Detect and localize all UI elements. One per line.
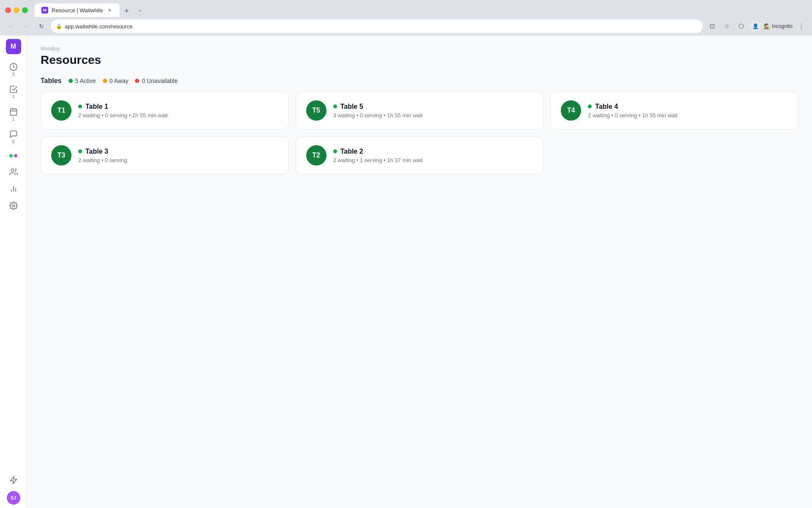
- incognito-button[interactable]: 🕵 Incognito: [764, 23, 793, 29]
- active-tab[interactable]: W Resource | Waitwhile ✕: [35, 3, 120, 17]
- menu-button[interactable]: ⋮: [795, 20, 807, 32]
- sidebar-logo[interactable]: M: [6, 39, 21, 54]
- window-close-button[interactable]: [5, 7, 11, 13]
- sidebar-item-analytics[interactable]: [3, 181, 24, 196]
- table-name: Table 2: [340, 148, 363, 155]
- address-text: app.waitwhile.com/resource: [65, 23, 698, 30]
- svg-point-9: [12, 205, 14, 207]
- table-meta: 3 waiting • 0 serving • 1h 55 min wait: [333, 112, 533, 119]
- toolbar-actions: ⊡ ☆ ⬡ 👤 🕵 Incognito ⋮: [706, 20, 807, 32]
- window-minimize-button[interactable]: [14, 7, 19, 13]
- breadcrumb: Moodjoy: [41, 46, 798, 52]
- profile-icon[interactable]: 👤: [749, 20, 761, 32]
- new-tab-button[interactable]: +: [121, 5, 132, 17]
- status-active: 5 Active: [69, 77, 96, 84]
- away-dot: [103, 79, 107, 83]
- browser-titlebar: W Resource | Waitwhile ✕ + ⌄: [0, 0, 812, 17]
- queue-badge: 3: [12, 72, 15, 77]
- table-name: Table 1: [85, 103, 108, 110]
- main-content: Moodjoy Resources Tables 5 Active 0 Away…: [27, 36, 812, 508]
- table-status-dot: [333, 105, 337, 108]
- active-label: 5 Active: [75, 77, 96, 84]
- svg-point-5: [11, 169, 14, 172]
- active-dot: [69, 79, 73, 83]
- table-name: Table 3: [85, 148, 108, 155]
- svg-rect-1: [10, 109, 16, 115]
- status-badges: 5 Active 0 Away 0 Unavailable: [69, 77, 178, 84]
- table-meta: 2 waiting • 0 serving: [78, 157, 278, 163]
- lock-icon: 🔒: [56, 23, 62, 29]
- sidebar-item-tasks[interactable]: 1: [3, 82, 24, 102]
- calendar-badge: 1: [12, 117, 15, 121]
- table-status-dot: [78, 105, 82, 108]
- sidebar-item-flash[interactable]: [3, 472, 24, 488]
- status-unavailable: 0 Unavailable: [135, 77, 178, 84]
- table-name-row: Table 2: [333, 148, 533, 155]
- table-card[interactable]: T3 Table 3 2 waiting • 0 serving: [41, 136, 289, 174]
- address-bar[interactable]: 🔒 app.waitwhile.com/resource: [51, 19, 703, 33]
- table-avatar: T2: [306, 145, 326, 166]
- sidebar-item-calendar[interactable]: 1: [3, 104, 24, 125]
- browser-toolbar: ← → ↻ 🔒 app.waitwhile.com/resource ⊡ ☆ ⬡…: [0, 17, 812, 36]
- table-status-dot: [588, 105, 592, 108]
- table-card[interactable]: T5 Table 5 3 waiting • 0 serving • 1h 55…: [296, 91, 544, 130]
- table-name: Table 5: [340, 103, 363, 110]
- table-avatar: T1: [51, 100, 71, 121]
- sidebar-item-resources[interactable]: [3, 149, 24, 163]
- unavailable-label: 0 Unavailable: [142, 77, 178, 84]
- tab-search-button[interactable]: ⌄: [134, 3, 146, 15]
- messages-badge: 0: [12, 139, 15, 144]
- table-name: Table 4: [595, 103, 618, 110]
- table-meta: 2 waiting • 1 serving • 1h 37 min wait: [333, 157, 533, 163]
- tables-section-title: Tables: [41, 77, 62, 85]
- bookmark-icon[interactable]: ☆: [721, 20, 732, 32]
- table-name-row: Table 5: [333, 103, 533, 110]
- table-card[interactable]: T2 Table 2 2 waiting • 1 serving • 1h 37…: [296, 136, 544, 174]
- sidebar-item-people[interactable]: [3, 164, 24, 179]
- table-status-dot: [333, 149, 337, 153]
- resources-icon: [9, 154, 17, 157]
- page-title: Resources: [41, 53, 798, 67]
- back-button[interactable]: ←: [5, 20, 17, 32]
- app-container: M 3 1 1: [0, 36, 812, 508]
- user-avatar[interactable]: SJ: [7, 491, 20, 505]
- status-away: 0 Away: [103, 77, 129, 84]
- unavailable-dot: [135, 79, 139, 83]
- table-meta: 2 waiting • 0 serving • 1h 55 min wait: [78, 112, 278, 119]
- table-card[interactable]: T1 Table 1 2 waiting • 0 serving • 1h 55…: [41, 91, 289, 130]
- sidebar: M 3 1 1: [0, 36, 27, 508]
- table-meta: 2 waiting • 0 serving • 1h 55 min wait: [588, 112, 788, 119]
- tasks-badge: 1: [12, 94, 15, 99]
- svg-marker-10: [10, 477, 16, 484]
- table-avatar: T3: [51, 145, 71, 166]
- tables-section-header: Tables 5 Active 0 Away 0 Unavailable: [41, 77, 798, 85]
- sidebar-item-settings[interactable]: [3, 198, 24, 213]
- away-label: 0 Away: [110, 77, 129, 84]
- table-name-row: Table 3: [78, 148, 278, 155]
- tab-favicon: W: [41, 7, 48, 14]
- table-status-dot: [78, 149, 82, 153]
- table-name-row: Table 4: [588, 103, 788, 110]
- tab-title: Resource | Waitwhile: [52, 7, 103, 14]
- forward-button[interactable]: →: [20, 20, 32, 32]
- cast-icon[interactable]: ⊡: [706, 20, 718, 32]
- sidebar-item-messages[interactable]: 0: [3, 127, 24, 147]
- table-info: Table 1 2 waiting • 0 serving • 1h 55 mi…: [78, 103, 278, 119]
- table-info: Table 2 2 waiting • 1 serving • 1h 37 mi…: [333, 148, 533, 163]
- extensions-icon[interactable]: ⬡: [735, 20, 747, 32]
- table-info: Table 4 2 waiting • 0 serving • 1h 55 mi…: [588, 103, 788, 119]
- table-avatar: T4: [561, 100, 581, 121]
- reload-button[interactable]: ↻: [36, 20, 47, 32]
- table-avatar: T5: [306, 100, 326, 121]
- window-controls: [5, 7, 28, 13]
- table-info: Table 3 2 waiting • 0 serving: [78, 148, 278, 163]
- tab-close-button[interactable]: ✕: [106, 7, 113, 14]
- window-maximize-button[interactable]: [22, 7, 28, 13]
- tab-bar: W Resource | Waitwhile ✕ + ⌄: [35, 3, 146, 17]
- profile-avatar: 👤: [749, 20, 761, 32]
- browser-chrome: W Resource | Waitwhile ✕ + ⌄ ← → ↻ 🔒 app…: [0, 0, 812, 36]
- sidebar-item-queue[interactable]: 3: [3, 59, 24, 80]
- table-card[interactable]: T4 Table 4 2 waiting • 0 serving • 1h 55…: [550, 91, 798, 130]
- table-info: Table 5 3 waiting • 0 serving • 1h 55 mi…: [333, 103, 533, 119]
- table-grid: T1 Table 1 2 waiting • 0 serving • 1h 55…: [41, 91, 798, 174]
